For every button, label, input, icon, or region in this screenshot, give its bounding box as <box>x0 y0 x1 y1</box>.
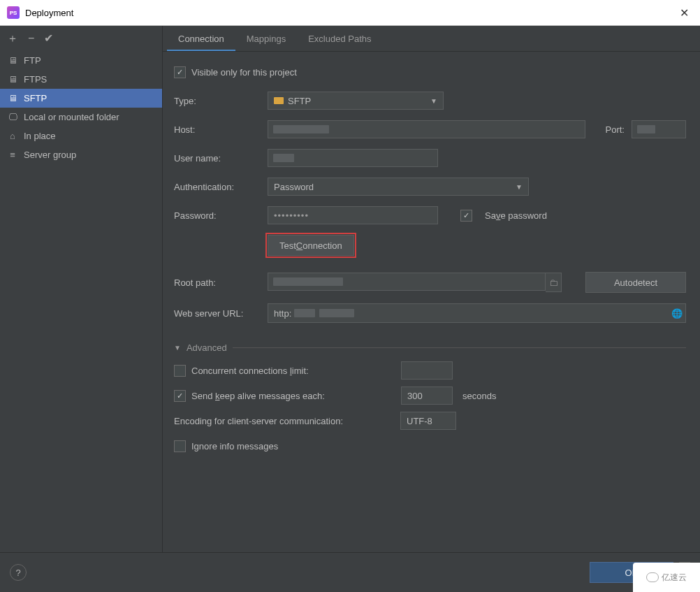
connection-form: ✓ Visible only for this project Type: SF… <box>163 52 700 469</box>
sidebar-list: 🖥 FTP 🖥 FTPS 🖥 SFTP 🖵 Local or mounted f… <box>0 51 162 552</box>
globe-icon[interactable]: 🌐 <box>669 308 685 319</box>
check-icon[interactable]: ✔ <box>44 33 53 44</box>
sidebar-item-inplace[interactable]: ⌂ In place <box>0 127 162 145</box>
sidebar-item-label: FTPS <box>24 74 47 85</box>
save-password-label: Save password <box>485 210 547 221</box>
test-connection-button[interactable]: Test Connection <box>268 235 354 256</box>
sidebar-item-local[interactable]: 🖵 Local or mounted folder <box>0 108 162 127</box>
ignore-info-label: Ignore info messages <box>191 441 278 452</box>
advanced-label: Advanced <box>187 342 227 353</box>
keepalive-unit: seconds <box>462 391 496 401</box>
divider <box>233 347 686 348</box>
redacted <box>637 125 655 133</box>
sidebar-item-sftp[interactable]: 🖥 SFTP <box>0 89 162 108</box>
autodetect-button[interactable]: Autodetect <box>585 272 686 293</box>
sidebar-item-servergroup[interactable]: ≡ Server group <box>0 145 162 164</box>
content: Connection Mappings Excluded Paths ✓ Vis… <box>163 26 700 552</box>
sidebar-item-label: FTP <box>24 55 41 66</box>
footer: ? OK <box>0 552 700 592</box>
servergroup-icon: ≡ <box>7 150 18 160</box>
tab-mappings[interactable]: Mappings <box>235 28 297 51</box>
app-icon: PS <box>7 6 20 19</box>
ignore-info-checkbox[interactable] <box>174 440 186 452</box>
sidebar-item-label: In place <box>24 131 56 141</box>
sidebar-item-label: Server group <box>24 150 76 160</box>
redacted <box>319 309 354 317</box>
remove-icon[interactable]: − <box>28 33 34 44</box>
ftps-icon: 🖥 <box>7 74 18 85</box>
sidebar-toolbar: ＋ − ✔ <box>0 26 162 51</box>
redacted <box>273 125 329 133</box>
password-label: Password: <box>174 210 268 221</box>
sftp-icon: 🖥 <box>7 93 18 103</box>
root-path-label: Root path: <box>174 277 268 288</box>
inplace-icon: ⌂ <box>7 131 18 141</box>
concurrent-input[interactable] <box>401 361 453 380</box>
watermark: 亿速云 <box>633 563 700 592</box>
redacted <box>273 277 343 286</box>
tab-excluded[interactable]: Excluded Paths <box>297 28 382 51</box>
auth-label: Authentication: <box>174 182 268 192</box>
sidebar-item-ftps[interactable]: 🖥 FTPS <box>0 70 162 89</box>
keepalive-label: Send keep alive messages each: <box>191 391 401 401</box>
cloud-icon <box>646 572 659 582</box>
auth-value: Password <box>274 182 314 192</box>
redacted <box>273 154 294 162</box>
window-title: Deployment <box>25 8 676 18</box>
type-value: SFTP <box>288 96 311 106</box>
sidebar-item-label: SFTP <box>24 93 47 103</box>
chevron-down-icon: ▼ <box>516 183 523 191</box>
concurrent-label: Concurrent connections limit: <box>191 366 401 376</box>
keepalive-input[interactable] <box>401 387 453 405</box>
browse-folder-button[interactable]: 🗀 <box>546 273 562 292</box>
password-input[interactable] <box>268 206 438 224</box>
titlebar: PS Deployment ✕ <box>0 0 700 26</box>
ftp-icon: 🖥 <box>7 55 18 66</box>
tab-connection[interactable]: Connection <box>167 28 235 51</box>
local-icon: 🖵 <box>7 112 18 122</box>
sidebar-item-ftp[interactable]: 🖥 FTP <box>0 51 162 70</box>
type-label: Type: <box>174 96 268 106</box>
web-url-label: Web server URL: <box>174 308 268 319</box>
watermark-text: 亿速云 <box>662 572 687 584</box>
chevron-down-icon: ▼ <box>430 97 437 105</box>
encoding-label: Encoding for client-server communication… <box>174 416 400 426</box>
type-select[interactable]: SFTP ▼ <box>268 92 444 110</box>
encoding-input[interactable] <box>400 412 456 430</box>
redacted <box>294 309 315 317</box>
advanced-section[interactable]: ▼ Advanced <box>174 342 686 353</box>
add-icon[interactable]: ＋ <box>7 33 18 44</box>
keepalive-checkbox[interactable]: ✓ <box>174 390 186 402</box>
sftp-type-icon <box>274 97 284 104</box>
port-label: Port: <box>606 124 625 135</box>
sidebar-item-label: Local or mounted folder <box>24 112 119 122</box>
auth-select[interactable]: Password ▼ <box>268 178 529 196</box>
concurrent-checkbox[interactable] <box>174 365 186 377</box>
user-label: User name: <box>174 153 268 164</box>
visible-only-checkbox[interactable]: ✓ <box>174 66 186 78</box>
sidebar: ＋ − ✔ 🖥 FTP 🖥 FTPS 🖥 SFTP 🖵 <box>0 26 163 552</box>
close-icon[interactable]: ✕ <box>676 6 693 20</box>
web-url-value[interactable]: http: <box>268 308 291 319</box>
save-password-checkbox[interactable]: ✓ <box>460 210 472 222</box>
tabs: Connection Mappings Excluded Paths <box>163 26 700 52</box>
help-button[interactable]: ? <box>10 564 27 581</box>
visible-only-label: Visible only for this project <box>191 67 297 78</box>
collapse-icon: ▼ <box>174 344 181 352</box>
host-label: Host: <box>174 124 268 135</box>
